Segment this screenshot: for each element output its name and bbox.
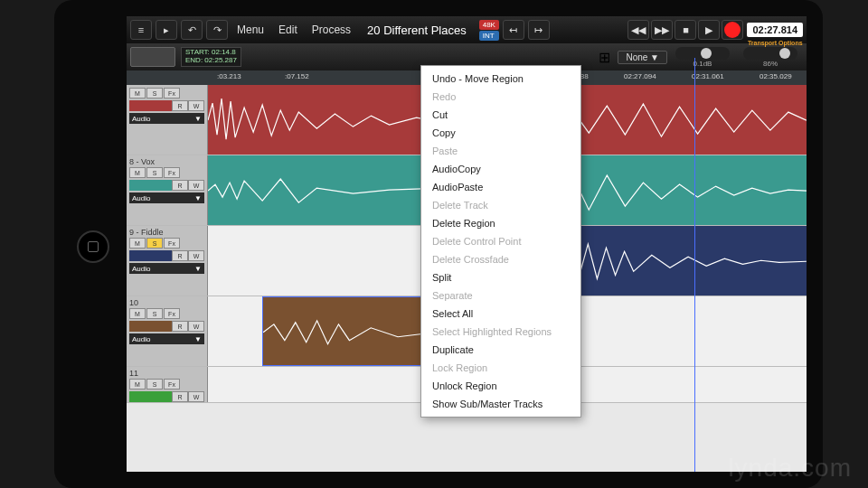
menu-item: Paste [421, 142, 580, 160]
menu-item[interactable]: AudioPaste [421, 178, 580, 196]
record-button[interactable] [722, 20, 743, 40]
menu-item[interactable]: Select All [421, 305, 580, 323]
grid-icon[interactable]: ⊞ [599, 49, 615, 65]
track-type-select[interactable]: Audio▼ [129, 113, 204, 124]
ruler-tick: 02:27.094 [624, 72, 656, 80]
ruler-tick: 02:35.029 [760, 72, 792, 80]
edit-button[interactable]: Edit [273, 23, 303, 36]
nudge-right-icon[interactable]: ↦ [528, 20, 550, 40]
selection-box: START: 02:14.8 END: 02:25.287 [181, 47, 241, 67]
menu-item[interactable]: Split [421, 268, 580, 286]
mute-button[interactable]: M [129, 238, 146, 249]
track-type-select[interactable]: Audio▼ [129, 192, 204, 203]
mute-button[interactable]: M [129, 167, 146, 178]
menu-item[interactable]: Cut [421, 106, 580, 124]
fx-button[interactable]: Fx [164, 167, 180, 178]
read-button[interactable]: R [172, 250, 188, 261]
write-button[interactable]: W [188, 391, 204, 402]
nudge-left-icon[interactable]: ↤ [503, 20, 524, 40]
menu-item[interactable]: AudioCopy [421, 160, 580, 178]
solo-button[interactable]: S [146, 238, 163, 249]
rewind-button[interactable]: ◀◀ [627, 20, 649, 40]
track-header: 10 M S Fx R W Audio▼ [127, 296, 208, 366]
track-name: 9 - Fiddle [129, 228, 204, 237]
stop-button[interactable]: ■ [675, 20, 696, 40]
playhead[interactable] [694, 58, 695, 472]
ruler-tick: :03.213 [217, 72, 241, 80]
read-button[interactable]: R [172, 180, 188, 191]
write-button[interactable]: W [188, 321, 204, 332]
gain-value: 0.1dB [693, 60, 712, 68]
track-name: 10 [129, 298, 204, 307]
menu-item[interactable]: Show Sub/Master Tracks [421, 395, 580, 413]
track-color[interactable] [129, 250, 172, 261]
write-button[interactable]: W [188, 180, 204, 191]
menu-item: Delete Control Point [421, 232, 580, 250]
play-button[interactable]: ▶ [698, 20, 720, 40]
menu-item: Lock Region [421, 359, 580, 377]
forward-button[interactable]: ▶▶ [651, 20, 673, 40]
project-title: 20 Different Places [360, 23, 474, 37]
home-button[interactable] [77, 230, 109, 263]
menu-item[interactable]: Duplicate [421, 341, 580, 359]
track-header: 8 - Vox M S Fx R W Audio▼ [127, 155, 208, 225]
menu-item: Delete Track [421, 196, 580, 214]
track-type-select[interactable]: Audio▼ [129, 263, 204, 274]
menu-item: Redo [421, 88, 580, 106]
write-button[interactable]: W [188, 100, 204, 111]
solo-button[interactable]: S [146, 167, 163, 178]
track-type-select[interactable]: Audio▼ [129, 333, 204, 344]
ruler-tick: :07.152 [285, 72, 309, 80]
solo-button[interactable]: S [146, 379, 163, 389]
fx-button[interactable]: Fx [164, 238, 180, 249]
track-color[interactable] [129, 321, 172, 332]
fx-button[interactable]: Fx [164, 308, 180, 319]
track-color[interactable] [129, 180, 172, 191]
app-screen: ≡ ▸ ↶ ↷ Menu Edit Process 20 Different P… [127, 16, 807, 472]
read-button[interactable]: R [172, 391, 188, 402]
edit-context-menu: Undo - Move RegionRedoCutCopyPasteAudioC… [420, 65, 581, 418]
fx-button[interactable]: Fx [164, 379, 180, 389]
topbar: ≡ ▸ ↶ ↷ Menu Edit Process 20 Different P… [127, 16, 807, 43]
time-counter-value: 02:27.814 [752, 24, 797, 35]
solo-button[interactable]: S [146, 88, 163, 99]
selection-end: END: 02:25.287 [185, 57, 237, 65]
int-badge: INT [479, 31, 499, 41]
watermark: lynda.com [728, 454, 852, 483]
mixer-icon[interactable]: ≡ [130, 20, 152, 40]
menu-item: Separate [421, 286, 580, 305]
mute-button[interactable]: M [129, 379, 146, 389]
process-button[interactable]: Process [307, 23, 356, 36]
overview-thumb[interactable] [130, 47, 175, 67]
zoom-slider[interactable] [743, 47, 797, 60]
waveform-icon [542, 226, 807, 296]
mute-button[interactable]: M [129, 308, 146, 319]
undo-icon[interactable]: ↶ [181, 20, 203, 40]
menu-item[interactable]: Unlock Region [421, 377, 580, 395]
menu-button[interactable]: Menu [231, 23, 269, 36]
ruler-tick: 02:31.061 [692, 72, 724, 80]
read-button[interactable]: R [172, 321, 188, 332]
time-counter-caption: Transport Options [747, 40, 803, 46]
tool-icon[interactable]: ▸ [156, 20, 177, 40]
track-header: 9 - Fiddle M S Fx R W Audio▼ [127, 226, 208, 296]
menu-item[interactable]: Delete Region [421, 214, 580, 232]
menu-item[interactable]: Copy [421, 124, 580, 142]
mute-button[interactable]: M [129, 88, 146, 99]
snap-select[interactable]: None ▼ [618, 51, 667, 64]
menu-item: Select Highlighted Regions [421, 323, 580, 341]
track-header: M S Fx R W Audio▼ [127, 85, 208, 155]
track-color[interactable] [129, 391, 172, 402]
fx-button[interactable]: Fx [164, 88, 180, 99]
samplerate-badge: 48K [479, 20, 499, 30]
redo-icon[interactable]: ↷ [206, 20, 228, 40]
time-counter[interactable]: 02:27.814 Transport Options [747, 23, 803, 37]
read-button[interactable]: R [172, 100, 188, 111]
audio-region[interactable] [542, 226, 807, 296]
track-color[interactable] [129, 100, 172, 111]
gain-slider[interactable] [675, 47, 730, 60]
write-button[interactable]: W [188, 250, 204, 261]
solo-button[interactable]: S [146, 308, 163, 319]
menu-item[interactable]: Undo - Move Region [421, 70, 580, 88]
transport-controls: ◀◀ ▶▶ ■ ▶ [627, 20, 743, 40]
